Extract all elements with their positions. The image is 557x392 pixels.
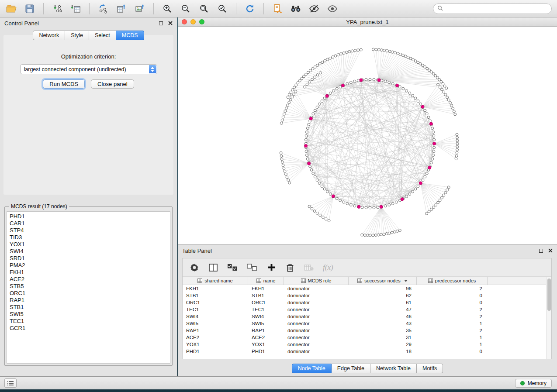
table-row[interactable]: TEC1TEC1connector472	[183, 306, 551, 313]
function-builder-button[interactable]: f(x)	[323, 263, 333, 272]
cell-shared_name: TEC1	[183, 307, 248, 312]
result-node[interactable]: PHD1	[10, 213, 167, 220]
zoom-out-button[interactable]	[177, 2, 194, 16]
minimize-window-button[interactable]	[190, 19, 196, 24]
import-table-button[interactable]	[67, 2, 84, 16]
close-table-panel-icon[interactable]	[548, 248, 553, 254]
toolbar-icon-group	[3, 2, 341, 16]
result-node[interactable]: SWI5	[10, 311, 167, 318]
mcds-result-list[interactable]: PHD1CAR1STP4TID3YOX1SWI4SRD1PMA2FKH1ACE2…	[7, 211, 170, 364]
float-table-panel-icon[interactable]	[539, 249, 543, 253]
table-row[interactable]: YOX1YOX1connector291	[183, 341, 551, 348]
clone-network-button[interactable]	[269, 2, 286, 16]
result-node[interactable]: STB1	[10, 304, 167, 311]
table-row[interactable]: SWI4SWI4dominator462	[183, 313, 551, 320]
result-node[interactable]: STB5	[10, 283, 167, 290]
result-node[interactable]: RAP1	[10, 297, 167, 304]
table-row[interactable]: RAP1RAP1dominator352	[183, 327, 551, 334]
result-node[interactable]: ORC1	[10, 290, 167, 297]
column-header-shared-name[interactable]: shared name	[183, 277, 248, 285]
cell-shared_name: RAP1	[183, 328, 248, 333]
first-neighbors-button[interactable]	[287, 2, 304, 16]
search-icon	[437, 5, 443, 13]
zoom-window-button[interactable]	[199, 19, 204, 24]
import-network-button[interactable]	[48, 2, 66, 16]
table-tab-node-table[interactable]: Node Table	[292, 364, 332, 373]
search-input[interactable]	[446, 6, 547, 12]
column-header-successor-nodes[interactable]: successor nodes	[349, 277, 417, 285]
close-panel-button[interactable]: Close panel	[91, 79, 134, 89]
table-row[interactable]: ORC1ORC1dominator610	[183, 299, 551, 306]
cell-mcds_role: dominator	[284, 314, 349, 319]
column-header-MCDS-role[interactable]: MCDS role	[284, 277, 349, 285]
run-mcds-button[interactable]: Run MCDS	[43, 79, 85, 89]
close-window-button[interactable]	[182, 19, 187, 24]
refresh-button[interactable]	[241, 2, 259, 16]
tab-style[interactable]: Style	[65, 31, 89, 40]
network-canvas[interactable]	[178, 27, 557, 244]
cell-predecessor_nodes: 0	[417, 293, 488, 298]
result-node[interactable]: TID3	[10, 234, 167, 241]
cell-shared_name: SWI4	[183, 314, 248, 319]
cell-shared_name: SWI5	[183, 321, 248, 326]
task-history-button[interactable]	[4, 378, 17, 388]
show-all-button[interactable]	[324, 2, 341, 16]
network-graph[interactable]	[178, 27, 557, 244]
tab-select[interactable]: Select	[89, 31, 116, 40]
result-node[interactable]: SWI4	[10, 248, 167, 255]
cell-predecessor_nodes: 1	[417, 335, 488, 340]
table-row[interactable]: FKH1FKH1dominator962	[183, 285, 551, 292]
table-row[interactable]: SWI5SWI5connector431	[183, 320, 551, 327]
result-node[interactable]: TEC1	[10, 318, 167, 325]
memory-button[interactable]: Memory	[515, 379, 552, 388]
result-node[interactable]: FKH1	[10, 269, 167, 276]
tab-mcds[interactable]: MCDS	[116, 31, 144, 40]
result-node[interactable]: YOX1	[10, 241, 167, 248]
network-window-titlebar: YPA_prune.txt_1	[178, 17, 557, 27]
table-row[interactable]: ACE2ACE2connector311	[183, 334, 551, 341]
column-header-predecessor-nodes[interactable]: predecessor nodes	[417, 277, 488, 285]
search-box[interactable]	[433, 3, 552, 14]
zoom-fit-button[interactable]	[195, 2, 213, 16]
table-header-row: shared namenameMCDS rolesuccessor nodesp…	[183, 277, 551, 285]
result-node[interactable]: SRD1	[10, 255, 167, 262]
result-node[interactable]: GCR1	[10, 325, 167, 332]
table-row[interactable]: PHD1PHD1dominator180	[183, 348, 551, 355]
result-node[interactable]: CAR1	[10, 220, 167, 227]
cell-successor_nodes: 29	[349, 342, 417, 347]
criterion-select[interactable]: largest connected component (undirected)	[20, 64, 157, 74]
table-settings-button[interactable]	[190, 263, 199, 272]
cell-predecessor_nodes: 0	[417, 300, 488, 305]
table-toolbar: f(x)	[183, 258, 551, 277]
table-tab-motifs[interactable]: Motifs	[417, 364, 443, 373]
clear-selection-button[interactable]	[247, 264, 257, 272]
open-session-button[interactable]	[3, 2, 20, 16]
show-columns-button[interactable]	[208, 264, 218, 272]
save-session-button[interactable]	[21, 2, 38, 16]
result-node[interactable]: ACE2	[10, 276, 167, 283]
status-bar: Memory	[0, 376, 557, 389]
delete-row-button[interactable]	[285, 263, 295, 272]
result-node[interactable]: PMA2	[10, 262, 167, 269]
result-node[interactable]: STP4	[10, 227, 167, 234]
close-panel-icon[interactable]	[168, 20, 173, 27]
criterion-selected-value: largest connected component (undirected)	[24, 66, 126, 72]
table-scrollbar[interactable]	[546, 277, 551, 359]
hide-selected-button[interactable]	[305, 2, 323, 16]
mcds-result-title: MCDS result (17 nodes)	[9, 203, 69, 210]
select-all-button[interactable]	[227, 264, 238, 272]
float-panel-icon[interactable]	[159, 21, 163, 25]
export-image-button[interactable]	[131, 2, 149, 16]
scrollbar-thumb[interactable]	[547, 279, 551, 311]
cell-shared_name: PHD1	[183, 349, 248, 354]
table-row[interactable]: STB1STB1dominator620	[183, 292, 551, 299]
table-tab-network-table[interactable]: Network Table	[370, 364, 417, 373]
export-network-button[interactable]	[94, 2, 112, 16]
column-header-name[interactable]: name	[248, 277, 284, 285]
export-table-button[interactable]	[113, 2, 130, 16]
table-tab-edge-table[interactable]: Edge Table	[332, 364, 370, 373]
zoom-selected-button[interactable]	[214, 2, 231, 16]
tab-network[interactable]: Network	[33, 31, 65, 40]
zoom-in-button[interactable]	[159, 2, 176, 16]
add-row-button[interactable]	[266, 263, 276, 272]
